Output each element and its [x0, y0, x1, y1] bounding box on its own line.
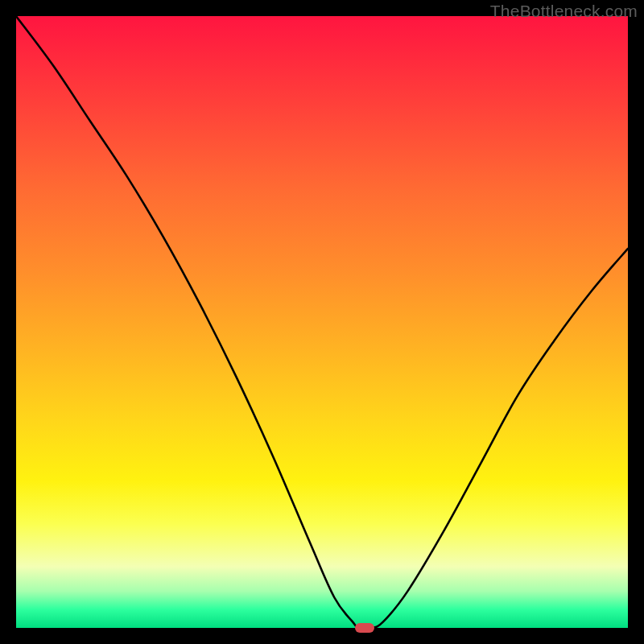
- bottleneck-curve: [16, 16, 628, 628]
- watermark-text: TheBottleneck.com: [490, 2, 638, 21]
- minimum-marker: [355, 623, 374, 633]
- plot-area: [16, 16, 628, 628]
- chart-container: TheBottleneck.com: [0, 0, 644, 644]
